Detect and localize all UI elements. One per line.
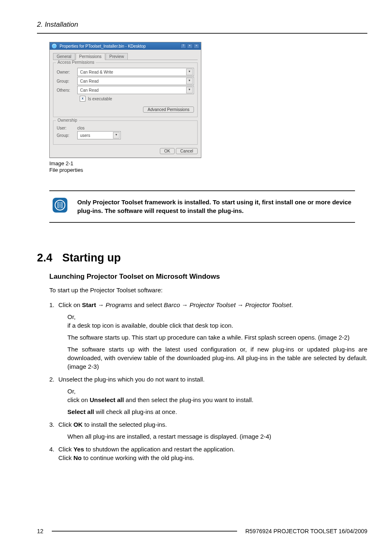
- text: The software starts up with the latest u…: [67, 345, 367, 371]
- titlebar: Properties for PToolset_Installer.bin - …: [50, 42, 201, 50]
- section-number: 2.4: [37, 252, 53, 264]
- intro-paragraph: To start up the Projector Toolset softwa…: [49, 286, 367, 294]
- note-box: Only Projector Toolset framework is inst…: [49, 190, 355, 223]
- others-permission-value: Can Read: [80, 88, 99, 92]
- text: Or,: [67, 387, 367, 395]
- text: Click: [58, 421, 74, 428]
- step-1: Click on Start → Programs and select Bar…: [49, 301, 367, 371]
- text: Programs: [106, 301, 132, 308]
- text: to install the selected plug-ins.: [83, 421, 167, 428]
- text: Yes: [74, 446, 84, 453]
- subsection-heading: Launching Projector Toolset on Microsoft…: [49, 273, 367, 281]
- owner-permission-value: Can Read & Write: [80, 70, 113, 74]
- chapter-header: 2. Installation: [37, 21, 367, 29]
- tab-preview[interactable]: Preview: [106, 53, 128, 60]
- header-rule: [37, 33, 367, 34]
- group-label: Group:: [57, 79, 77, 83]
- others-permission-select[interactable]: Can Read ▾: [77, 86, 194, 94]
- close-button[interactable]: ×: [194, 44, 199, 49]
- footer-rule: [52, 531, 237, 532]
- section-heading: 2.4Starting up: [37, 252, 367, 264]
- access-permissions-group: Access Permissions Owner: Can Read & Wri…: [53, 62, 198, 117]
- executable-checkbox[interactable]: x: [80, 96, 85, 102]
- owner-label: Owner:: [57, 70, 77, 74]
- text: Unselect the plug-ins which you do not w…: [58, 376, 205, 383]
- step-4: Click Yes to shutdown the application an…: [49, 445, 367, 462]
- document-icon: [53, 198, 67, 213]
- text: When all plug-ins are installed, a resta…: [67, 432, 367, 441]
- ownership-group-select[interactable]: users ▾: [77, 131, 121, 139]
- figure-2-1: Properties for PToolset_Installer.bin - …: [49, 42, 367, 174]
- text: to shutdown the application and restart …: [84, 446, 235, 453]
- chevron-down-icon: ▾: [113, 132, 120, 139]
- text: Click: [58, 446, 74, 453]
- group-permission-value: Can Read: [80, 79, 99, 83]
- maximize-button[interactable]: ▪: [187, 44, 193, 49]
- user-label: User:: [57, 126, 77, 130]
- figure-number: Image 2-1: [49, 160, 367, 167]
- others-label: Others:: [57, 88, 77, 92]
- text: Unselect all: [90, 396, 124, 403]
- step-3: Click OK to install the selected plug-in…: [49, 420, 367, 441]
- text: No: [74, 454, 82, 461]
- ownership-legend: Ownership: [56, 118, 79, 123]
- text: to continue working with the old plug-in…: [82, 454, 194, 461]
- cancel-button[interactable]: Cancel: [176, 148, 198, 154]
- text: Projector Toolset: [245, 301, 291, 308]
- tab-permissions[interactable]: Permissions: [76, 53, 105, 60]
- text: Click: [58, 454, 74, 461]
- properties-dialog: Properties for PToolset_Installer.bin - …: [49, 42, 201, 158]
- step-2: Unselect the plug-ins which you do not w…: [49, 375, 367, 416]
- group-permission-select[interactable]: Can Read ▾: [77, 77, 194, 85]
- text: →: [180, 301, 189, 308]
- chevron-down-icon: ▾: [186, 87, 193, 93]
- text: OK: [74, 421, 83, 428]
- text: and select: [132, 301, 164, 308]
- text: →: [96, 301, 106, 308]
- text: click on Unselect all and then select th…: [67, 395, 367, 404]
- ok-button[interactable]: OK: [160, 148, 175, 154]
- text: Click on: [58, 301, 82, 308]
- text: click on: [67, 396, 90, 403]
- figure-title: File properties: [49, 167, 367, 173]
- section-title: Starting up: [62, 252, 121, 264]
- text: will check all plug-ins at once.: [94, 408, 177, 415]
- ownership-group: Ownership User: clos Group: users ▾: [53, 120, 198, 145]
- note-text: Only Projector Toolset framework is inst…: [77, 198, 352, 216]
- text: →: [235, 301, 245, 308]
- text: if a desk top icon is available, double …: [67, 321, 367, 330]
- text: .: [291, 301, 293, 308]
- text: Barco: [164, 301, 180, 308]
- page-number: 12: [37, 528, 44, 534]
- steps-list: Click on Start → Programs and select Bar…: [49, 301, 367, 462]
- user-value: clos: [77, 126, 85, 130]
- text: Select all will check all plug-ins at on…: [67, 407, 367, 416]
- text: and then select the plug-ins you want to…: [124, 396, 254, 403]
- ownership-group-value: users: [80, 133, 90, 138]
- grouprow-label: Group:: [57, 133, 77, 138]
- footer-text: R5976924 PROJECTOR TOOLSET 16/04/2009: [245, 528, 367, 534]
- advanced-permissions-button[interactable]: Advanced Permissions: [143, 106, 194, 113]
- access-legend: Access Permissions: [56, 60, 96, 65]
- chevron-down-icon: ▾: [186, 69, 193, 75]
- chevron-down-icon: ▾: [186, 78, 193, 84]
- text: Start: [82, 301, 96, 308]
- text: Select all: [67, 408, 94, 415]
- owner-permission-select[interactable]: Can Read & Write ▾: [77, 68, 194, 76]
- tab-general[interactable]: General: [53, 53, 75, 60]
- page-footer: 12 R5976924 PROJECTOR TOOLSET 16/04/2009: [37, 528, 367, 534]
- text: Projector Toolset: [189, 301, 235, 308]
- executable-label: Is executable: [88, 97, 112, 101]
- minimize-button[interactable]: ?: [180, 44, 186, 49]
- text: Or,: [67, 312, 367, 321]
- window-title: Properties for PToolset_Installer.bin - …: [60, 44, 180, 49]
- app-icon: [51, 43, 57, 49]
- text: The software starts up. This start up pr…: [67, 333, 367, 342]
